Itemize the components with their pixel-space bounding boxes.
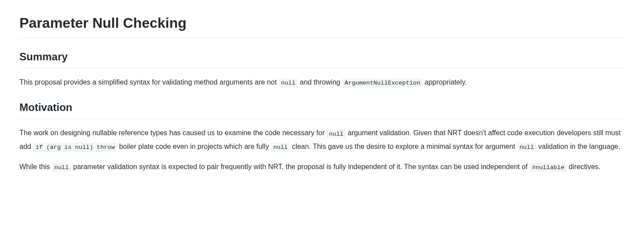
summary-paragraph: This proposal provides a simplified synt… (19, 76, 625, 89)
code-inline: null (279, 78, 298, 87)
page-title: Parameter Null Checking (19, 12, 625, 38)
code-inline: null (52, 163, 71, 172)
text-span: validation in the language. (536, 143, 620, 150)
text-span: This proposal provides a simplified synt… (19, 78, 279, 86)
text-span: and throwing (298, 78, 342, 86)
text-span: While this (19, 163, 52, 170)
code-inline: ArgumentNullException (342, 78, 423, 87)
motivation-paragraph-2: While this null parameter validation syn… (19, 160, 625, 174)
motivation-paragraph-1: The work on designing nullable reference… (19, 126, 625, 153)
code-inline: null (271, 143, 290, 151)
text-span: The work on designing nullable reference… (19, 129, 326, 137)
text-span: clean. This gave us the desire to explor… (290, 143, 517, 150)
code-inline: null (517, 143, 536, 151)
code-inline: if (arg is null) throw (33, 143, 117, 151)
code-inline: null (326, 129, 346, 138)
text-span: boiler plate code even in projects which… (117, 143, 271, 150)
text-span: parameter validation syntax is expected … (71, 163, 529, 170)
text-span: appropriately. (423, 78, 467, 86)
code-inline: #nullable (529, 163, 566, 172)
text-span: directives. (567, 163, 600, 170)
section-heading-summary: Summary (19, 49, 625, 69)
section-heading-motivation: Motivation (19, 100, 625, 119)
